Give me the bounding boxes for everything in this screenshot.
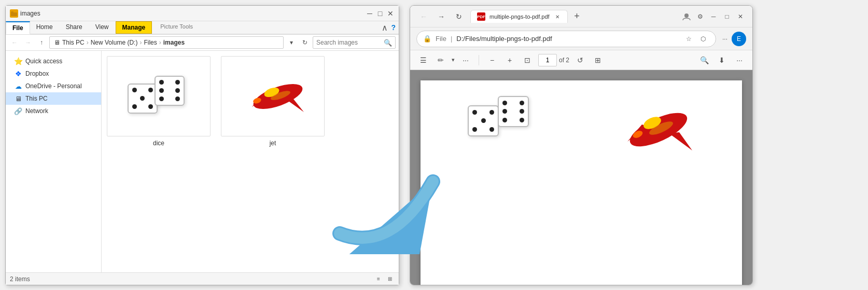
pdf-sidebar-button[interactable]: ☰ (416, 53, 430, 67)
pdf-page-of: of 2 (559, 57, 569, 64)
pdf-jet-column (612, 96, 695, 163)
ribbon-picture-tools-label: Picture Tools (154, 21, 200, 34)
die-left (128, 84, 158, 114)
browser-forward-button[interactable]: → (434, 9, 449, 24)
list-item[interactable]: dice (107, 56, 211, 267)
dice-filename: dice (153, 140, 164, 147)
pdf-zoom-in-button[interactable]: + (503, 53, 516, 67)
browser-profile-avatar[interactable]: E (732, 32, 746, 46)
ribbon-collapse-button[interactable]: ∧ (382, 23, 388, 33)
url-lock-icon: 🔒 (423, 35, 431, 43)
url-protocol-label: File (436, 35, 446, 43)
browser-address-bar: 🔒 File | D:/Files/multiple-pngs-to-pdf.p… (410, 27, 752, 50)
network-icon: 🔗 (14, 107, 22, 115)
breadcrumb[interactable]: 🖥 This PC › New Volume (D:) › Files › im… (49, 36, 284, 49)
tab-home[interactable]: Home (30, 21, 60, 34)
svg-rect-1 (11, 11, 13, 13)
new-tab-button[interactable]: + (570, 9, 584, 24)
browser-settings-button[interactable]: ⚙ (694, 11, 706, 22)
list-item[interactable]: jet (221, 56, 325, 267)
breadcrumb-dropdown-button[interactable]: ▾ (286, 37, 297, 48)
tab-manage[interactable]: Manage (116, 21, 152, 34)
pdf-annotation-button[interactable]: ✏ (434, 53, 447, 67)
sidebar-item-network[interactable]: 🔗 Network (6, 105, 101, 117)
forward-button[interactable]: → (22, 37, 34, 48)
sidebar-label-network: Network (25, 107, 48, 115)
search-box: 🔍 (313, 36, 396, 49)
jet-image (236, 71, 309, 122)
sidebar-item-quick-access[interactable]: ⭐ Quick access (6, 55, 101, 67)
refresh-button[interactable]: ↻ (299, 37, 311, 48)
title-bar-left: images (10, 9, 366, 18)
view-tiles-button[interactable]: ⊞ (385, 274, 395, 284)
url-share-button[interactable]: ⬡ (697, 33, 709, 45)
browser-right-actions: ··· E (719, 32, 746, 46)
pdf-search-button[interactable]: 🔍 (697, 53, 711, 67)
close-button[interactable]: ✕ (386, 9, 395, 18)
breadcrumb-images: images (163, 39, 185, 46)
dropbox-icon: ❖ (14, 70, 22, 78)
search-input[interactable] (316, 39, 382, 46)
url-bar[interactable]: 🔒 File | D:/Files/multiple-pngs-to-pdf.p… (416, 31, 716, 47)
ribbon: File Home Share View Manage Picture Tool… (6, 21, 399, 35)
url-actions: ☆ ⬡ (682, 33, 709, 45)
url-separator: | (451, 35, 452, 43)
minimize-button[interactable]: ─ (366, 9, 374, 18)
pdf-two-page-button[interactable]: ⊞ (591, 53, 605, 67)
browser-refresh-button[interactable]: ↻ (452, 9, 466, 24)
explorer-window: images ─ □ ✕ File Home Share View Manage… (5, 5, 399, 285)
jet-thumbnail (221, 56, 325, 136)
tab-title: multiple-pngs-to-pdf.pdf (489, 13, 550, 20)
back-button[interactable]: ← (9, 37, 20, 48)
pdf-page (421, 80, 742, 285)
url-star-button[interactable]: ☆ (682, 33, 695, 45)
pdf-page-input[interactable] (538, 54, 557, 66)
breadcrumb-thispc: This PC (62, 39, 85, 46)
browser-profile-button[interactable] (681, 11, 692, 22)
browser-minimize-button[interactable]: ─ (708, 11, 719, 22)
pdf-download-button[interactable]: ⬇ (715, 53, 729, 67)
tab-bar: PDF multiple-pngs-to-pdf.pdf ✕ + (470, 9, 677, 24)
sidebar-item-this-pc[interactable]: 🖥 This PC (6, 92, 101, 105)
pdf-zoom-out-button[interactable]: − (485, 53, 499, 67)
svg-point-9 (684, 13, 689, 18)
sidebar-label-dropbox: Dropbox (25, 70, 49, 77)
browser-close-button[interactable]: ✕ (735, 11, 746, 22)
tab-file[interactable]: File (6, 21, 30, 34)
maximize-button[interactable]: □ (376, 9, 384, 18)
browser-more-button[interactable]: ··· (719, 33, 731, 45)
sidebar: ⭐ Quick access ❖ Dropbox ☁ OneDrive - Pe… (6, 51, 102, 272)
breadcrumb-files: Files (144, 39, 157, 46)
pdf-more-button[interactable]: ··· (459, 53, 472, 67)
pdf-print-button[interactable]: ··· (733, 53, 746, 67)
help-button[interactable]: ? (391, 23, 396, 32)
view-details-button[interactable]: ≡ (374, 274, 383, 284)
pdf-dice-group (468, 96, 538, 148)
tab-view[interactable]: View (89, 21, 116, 34)
browser-maximize-button[interactable]: □ (721, 11, 733, 22)
quick-access-icon: ⭐ (14, 57, 22, 65)
up-button[interactable]: ↑ (36, 37, 47, 48)
pdf-tab[interactable]: PDF multiple-pngs-to-pdf.pdf ✕ (470, 10, 568, 23)
address-bar: ← → ↑ 🖥 This PC › New Volume (D:) › File… (6, 35, 399, 51)
tab-close-button[interactable]: ✕ (554, 13, 561, 20)
tab-share[interactable]: Share (60, 21, 89, 34)
file-grid: dice (107, 56, 394, 267)
pdf-rotate-button[interactable]: ↺ (573, 53, 587, 67)
pdf-jet-image (612, 96, 695, 163)
pdf-die-left (468, 105, 499, 136)
pdf-fit-page-button[interactable]: ⊡ (521, 53, 534, 67)
browser-back-button[interactable]: ← (416, 9, 431, 24)
explorer-title-bar: images ─ □ ✕ (6, 6, 399, 21)
search-icon: 🔍 (384, 39, 392, 47)
browser-nav-controls: ← → ↻ (416, 9, 466, 24)
sidebar-label-onedrive: OneDrive - Personal (25, 82, 82, 90)
dice-thumbnail (107, 56, 211, 136)
folder-title-icon (10, 9, 18, 18)
pdf-annotation-dropdown[interactable]: ▾ (452, 57, 455, 63)
pdf-dice-column (468, 96, 538, 148)
pdf-toolbar-separator (479, 55, 479, 65)
sidebar-item-onedrive[interactable]: ☁ OneDrive - Personal (6, 80, 101, 92)
jet-filename: jet (270, 140, 276, 147)
sidebar-item-dropbox[interactable]: ❖ Dropbox (6, 67, 101, 80)
